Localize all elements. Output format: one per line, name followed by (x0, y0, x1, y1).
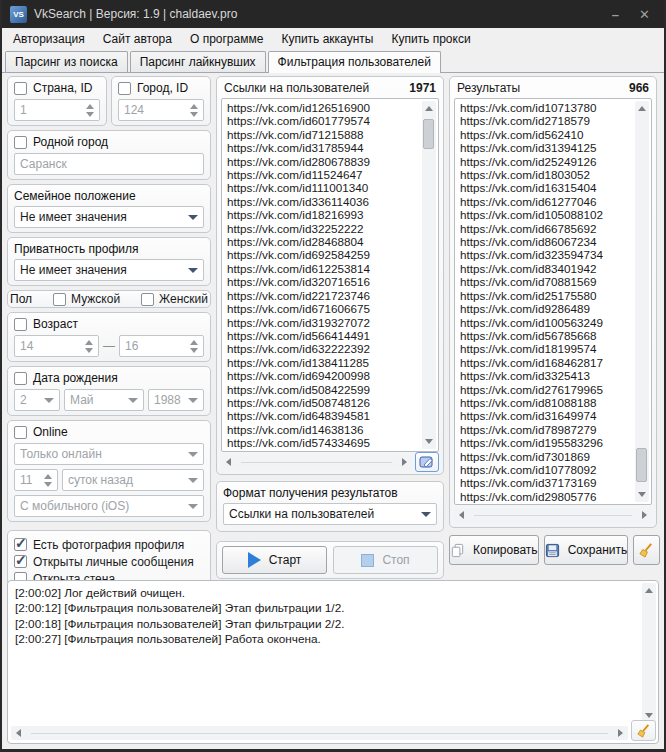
profile-checkbox[interactable] (14, 555, 27, 568)
link-item[interactable]: https://vk.com/id111001340 (222, 181, 422, 194)
result-item[interactable]: https://vk.com/id562410 (455, 128, 635, 141)
save-button[interactable]: Сохранить (544, 535, 629, 565)
clear-log-button[interactable] (631, 720, 656, 741)
online-mode-select[interactable]: Только онлайн (14, 443, 204, 465)
result-item[interactable]: https://vk.com/id10778092 (455, 463, 635, 476)
family-status-select[interactable]: Не имеет значения (14, 206, 204, 228)
link-item[interactable]: https://vk.com/id71215888 (222, 128, 422, 141)
country-checkbox[interactable] (14, 82, 27, 95)
result-item[interactable]: https://vk.com/id83401942 (455, 262, 635, 275)
link-item[interactable]: https://vk.com/id320716516 (222, 275, 422, 288)
hometown-input[interactable]: Саранск (14, 153, 204, 175)
minimize-icon[interactable]: – (612, 8, 619, 21)
male-checkbox[interactable] (53, 293, 66, 306)
link-item[interactable]: https://vk.com/id11524647 (222, 168, 422, 181)
result-item[interactable]: https://vk.com/id37173169 (455, 476, 635, 489)
link-item[interactable]: https://vk.com/id508748126 (222, 396, 422, 409)
vertical-scrollbar[interactable] (642, 583, 656, 723)
link-item[interactable]: https://vk.com/id336114036 (222, 195, 422, 208)
profile-checkbox[interactable] (14, 538, 27, 551)
result-item[interactable]: https://vk.com/id195583296 (455, 436, 635, 449)
format-select[interactable]: Ссылки на пользователей (223, 503, 437, 525)
menu-item[interactable]: Купить аккаунты (272, 29, 382, 49)
link-item[interactable]: https://vk.com/id31785944 (222, 141, 422, 154)
links-list[interactable]: https://vk.com/id126516900https://vk.com… (221, 98, 439, 452)
scroll-right-icon[interactable] (618, 729, 623, 737)
tab[interactable]: Фильтрация пользователей (268, 51, 441, 73)
birthday-year-select[interactable]: 1988 (148, 389, 204, 411)
spinner-arrows-icon[interactable] (85, 340, 93, 353)
link-item[interactable]: https://vk.com/id28468804 (222, 235, 422, 248)
spinner-arrows-icon[interactable] (190, 340, 198, 353)
horizontal-scrollbar[interactable] (221, 455, 412, 470)
copy-button[interactable]: Копировать (449, 535, 539, 565)
menu-item[interactable]: Авторизация (4, 29, 94, 49)
scroll-up-icon[interactable] (638, 106, 646, 111)
profile-check-row[interactable]: Открыты личные сообщения (14, 553, 204, 570)
scroll-down-icon[interactable] (645, 713, 653, 718)
link-item[interactable]: https://vk.com/id221723746 (222, 289, 422, 302)
result-item[interactable]: https://vk.com/id66785692 (455, 222, 635, 235)
result-item[interactable]: https://vk.com/id18199574 (455, 342, 635, 355)
menu-item[interactable]: Купить прокси (382, 29, 479, 49)
link-item[interactable]: https://vk.com/id126516900 (222, 101, 422, 114)
result-item[interactable]: https://vk.com/id70881569 (455, 275, 635, 288)
scrollbar-thumb[interactable] (636, 448, 647, 482)
link-item[interactable]: https://vk.com/id648394581 (222, 409, 422, 422)
birthday-month-select[interactable]: Май (64, 389, 144, 411)
result-item[interactable]: https://vk.com/id10713780 (455, 101, 635, 114)
result-item[interactable]: https://vk.com/id25175580 (455, 289, 635, 302)
online-days-spinner[interactable]: 11 (14, 469, 58, 491)
start-button[interactable]: Старт (222, 546, 327, 574)
vertical-scrollbar[interactable] (422, 101, 436, 449)
link-item[interactable]: https://vk.com/id694200998 (222, 369, 422, 382)
age-from-spinner[interactable]: 14 (14, 335, 99, 357)
result-item[interactable]: https://vk.com/id323594734 (455, 248, 635, 261)
result-item[interactable]: https://vk.com/id3325413 (455, 369, 635, 382)
menu-item[interactable]: О программе (181, 29, 272, 49)
link-item[interactable]: https://vk.com/id508422599 (222, 383, 422, 396)
privacy-select[interactable]: Не имеет значения (14, 259, 204, 281)
scroll-up-icon[interactable] (645, 588, 653, 593)
link-item[interactable]: https://vk.com/id692584259 (222, 248, 422, 261)
tab[interactable]: Парсинг лайкнувших (130, 51, 266, 72)
vertical-scrollbar[interactable] (635, 101, 649, 502)
result-item[interactable]: https://vk.com/id135236908 (455, 503, 635, 505)
female-checkbox[interactable] (141, 293, 154, 306)
birthday-day-select[interactable]: 2 (14, 389, 60, 411)
hometown-checkbox[interactable] (14, 136, 27, 149)
link-item[interactable]: https://vk.com/id574334695 (222, 436, 422, 449)
age-to-spinner[interactable]: 16 (119, 335, 204, 357)
link-item[interactable]: https://vk.com/id280678839 (222, 155, 422, 168)
online-checkbox[interactable] (14, 426, 27, 439)
result-item[interactable]: https://vk.com/id25249126 (455, 155, 635, 168)
scroll-right-icon[interactable] (402, 458, 407, 466)
link-item[interactable]: https://vk.com/id32252222 (222, 222, 422, 235)
result-item[interactable]: https://vk.com/id100563249 (455, 316, 635, 329)
result-item[interactable]: https://vk.com/id56785668 (455, 329, 635, 342)
clear-results-button[interactable] (633, 535, 660, 565)
result-item[interactable]: https://vk.com/id86067234 (455, 235, 635, 248)
result-item[interactable]: https://vk.com/id2718579 (455, 114, 635, 127)
result-item[interactable]: https://vk.com/id276179965 (455, 383, 635, 396)
scroll-up-icon[interactable] (425, 106, 433, 111)
scroll-down-icon[interactable] (425, 439, 433, 444)
link-item[interactable]: https://vk.com/id319327072 (222, 316, 422, 329)
log-area[interactable]: [2:00:02] Лог действий очищен.[2:00:12] … (7, 580, 659, 744)
country-id-spinner[interactable]: 1 (14, 99, 100, 121)
result-item[interactable]: https://vk.com/id16315404 (455, 181, 635, 194)
link-item[interactable]: https://vk.com/id565297821 (222, 450, 422, 452)
result-item[interactable]: https://vk.com/id29805776 (455, 490, 635, 503)
result-item[interactable]: https://vk.com/id78987279 (455, 423, 635, 436)
horizontal-scrollbar[interactable] (454, 508, 652, 523)
link-item[interactable]: https://vk.com/id671606675 (222, 302, 422, 315)
online-days-unit-select[interactable]: суток назад (62, 469, 204, 491)
age-checkbox[interactable] (14, 318, 27, 331)
link-item[interactable]: https://vk.com/id566414491 (222, 329, 422, 342)
stop-button[interactable]: Стоп (333, 546, 438, 574)
result-item[interactable]: https://vk.com/id1803052 (455, 168, 635, 181)
edit-list-button[interactable] (415, 452, 439, 472)
link-item[interactable]: https://vk.com/id632222392 (222, 342, 422, 355)
close-icon[interactable]: ✕ (639, 8, 650, 21)
city-checkbox[interactable] (118, 82, 131, 95)
